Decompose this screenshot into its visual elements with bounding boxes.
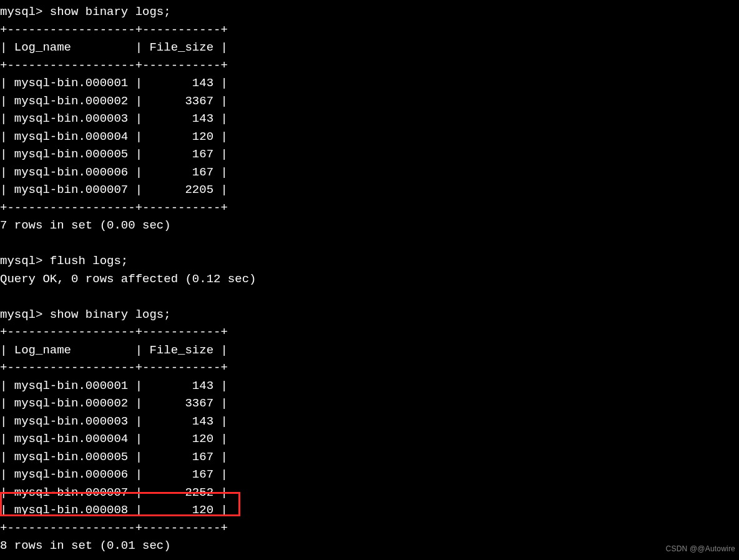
watermark-text: CSDN @@Autowire bbox=[666, 540, 735, 558]
terminal-output: mysql> show binary logs; +--------------… bbox=[0, 3, 739, 555]
